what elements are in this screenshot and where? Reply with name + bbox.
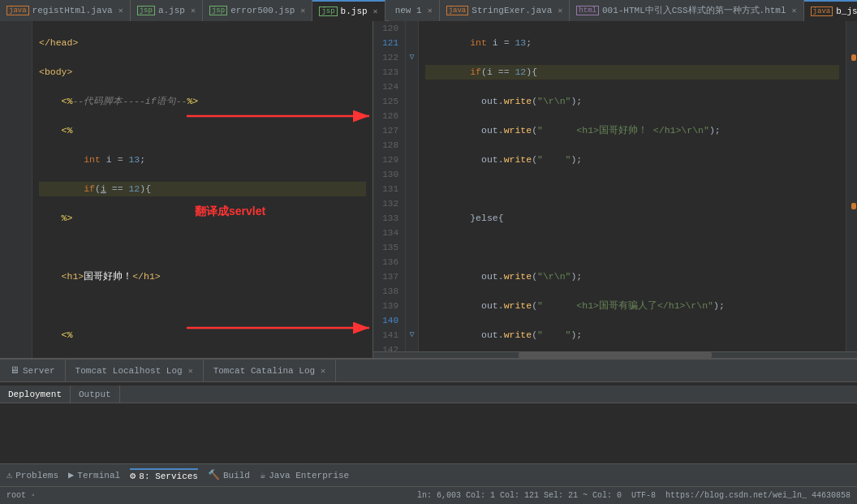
- tab-label: a.jsp: [158, 6, 185, 15]
- tab-label: 001-HTML中引入CSS样式的第一种方式.html: [602, 4, 786, 16]
- gutter-empty: [406, 80, 418, 94]
- line-num: [6, 240, 25, 255]
- line-num: [6, 342, 25, 357]
- left-editor: </head> <body> <%--代码脚本----if语句--%> <% i…: [0, 21, 373, 358]
- code-line: [39, 299, 366, 313]
- gutter-empty: [406, 313, 418, 328]
- code-line: out.write(" ");: [425, 328, 839, 342]
- close-icon[interactable]: ✕: [118, 6, 123, 15]
- status-left: root ◦: [6, 491, 36, 500]
- output-tab[interactable]: Output: [71, 386, 120, 403]
- line-num: 126: [380, 109, 398, 123]
- tab-label: new 1: [395, 6, 422, 15]
- close-icon[interactable]: ✕: [300, 6, 305, 15]
- line-num: [6, 153, 25, 167]
- code-line: out.write("\r\n");: [425, 94, 839, 109]
- bottom-content: Deployment Output: [0, 382, 857, 463]
- right-scroll-gutter[interactable]: [846, 21, 857, 351]
- tab-label: StringExer.java: [472, 6, 552, 15]
- code-line: <%--代码脚本----if语句--%>: [39, 94, 366, 109]
- section-tabs: Deployment Output: [0, 386, 857, 403]
- tab-bjsp-java[interactable]: java b_jsp.java ✕: [804, 0, 857, 21]
- close-icon[interactable]: ✕: [188, 366, 193, 376]
- terminal-icon: ▶: [68, 469, 74, 481]
- right-code[interactable]: int i = 13; if(i == 12){ out.write("\r\n…: [419, 21, 846, 351]
- gutter-empty: [406, 65, 418, 80]
- tomcat-localhost-tab[interactable]: Tomcat Localhost Log ✕: [66, 360, 204, 382]
- close-icon[interactable]: ✕: [558, 6, 562, 15]
- gutter-empty: [406, 153, 418, 167]
- deployment-tab[interactable]: Deployment: [0, 386, 71, 403]
- tab-ajsp[interactable]: jsp a.jsp ✕: [131, 0, 203, 21]
- left-editor-area[interactable]: </head> <body> <%--代码脚本----if语句--%> <% i…: [0, 21, 373, 358]
- java-icon: java: [6, 6, 29, 15]
- line-num: 128: [380, 138, 398, 153]
- close-icon[interactable]: ✕: [321, 366, 325, 376]
- code-line: <%: [39, 328, 366, 342]
- java-icon: java: [446, 6, 469, 15]
- line-num: 135: [380, 240, 398, 255]
- line-num: [6, 80, 25, 94]
- line-num: [6, 65, 25, 80]
- line-num: 138: [380, 284, 398, 299]
- left-code[interactable]: </head> <body> <%--代码脚本----if语句--%> <% i…: [32, 21, 373, 358]
- problems-label: Problems: [15, 471, 58, 480]
- line-num: [6, 255, 25, 269]
- bottom-tabs: 🖥 Server Tomcat Localhost Log ✕ Tomcat C…: [0, 360, 857, 382]
- gutter-empty: [406, 196, 418, 211]
- code-line: out.write(" <h1>国哥有骗人了</h1>\r\n");: [425, 299, 839, 313]
- right-editor: 120 121 122 123 124 125 126 127 128 129 …: [373, 21, 857, 358]
- tomcat-catalina-label: Tomcat Catalina Log: [213, 366, 315, 376]
- problems-item[interactable]: ⚠ Problems: [6, 469, 58, 481]
- line-num: 121: [380, 36, 398, 50]
- tab-error500[interactable]: jsp error500.jsp ✕: [203, 0, 312, 21]
- tab-label: registHtml.java: [32, 6, 113, 15]
- gutter-empty: [406, 226, 418, 240]
- fold-marker[interactable]: ▽: [406, 50, 418, 65]
- scroll-marker: [851, 203, 856, 209]
- services-label: 8: Services: [139, 472, 198, 481]
- tomcat-catalina-tab[interactable]: Tomcat Catalina Log ✕: [204, 360, 336, 382]
- code-line: <body>: [39, 65, 366, 80]
- close-icon[interactable]: ✕: [191, 6, 196, 15]
- close-icon[interactable]: ✕: [373, 6, 378, 16]
- code-line: if(i == 12){: [39, 182, 366, 196]
- terminal-item[interactable]: ▶ Terminal: [68, 469, 120, 481]
- close-icon[interactable]: ✕: [792, 6, 797, 15]
- line-num: 136: [380, 255, 398, 269]
- code-line: [39, 240, 366, 255]
- server-tab[interactable]: 🖥 Server: [0, 360, 66, 382]
- build-item[interactable]: 🔨 Build: [208, 469, 250, 481]
- line-num: [6, 226, 25, 240]
- html-icon: html: [576, 6, 599, 15]
- gutter-empty: [406, 342, 418, 351]
- status-root: root ◦: [6, 491, 36, 500]
- line-num: [6, 109, 25, 123]
- bottom-toolbar: ⚠ Problems ▶ Terminal ⚙ 8: Services 🔨 Bu…: [0, 463, 857, 486]
- tab-registhtml[interactable]: java registHtml.java ✕: [0, 0, 131, 21]
- line-num: 129: [380, 153, 398, 167]
- jsp-icon: jsp: [137, 6, 155, 15]
- tab-stringexer[interactable]: java StringExer.java ✕: [440, 0, 571, 21]
- horizontal-scrollbar[interactable]: [373, 351, 857, 358]
- tab-001html[interactable]: html 001-HTML中引入CSS样式的第一种方式.html ✕: [570, 0, 803, 21]
- tab-new1[interactable]: new 1 ✕: [389, 0, 440, 21]
- status-encoding: UTF-8: [631, 491, 656, 500]
- code-line: out.write("\r\n");: [425, 269, 839, 284]
- fold-marker[interactable]: ▽: [406, 328, 418, 342]
- line-num: 137: [380, 269, 398, 284]
- line-num: [6, 50, 25, 65]
- server-tab-label: Server: [23, 366, 55, 376]
- tab-bjsp[interactable]: jsp b.jsp ✕: [312, 0, 385, 21]
- gutter-empty: [406, 167, 418, 182]
- tab-label: b.jsp: [341, 6, 368, 16]
- code-line: [425, 240, 839, 255]
- code-line: int i = 13;: [39, 153, 366, 167]
- services-icon: ⚙: [130, 470, 136, 482]
- close-icon[interactable]: ✕: [428, 6, 433, 15]
- services-item[interactable]: ⚙ 8: Services: [130, 468, 198, 482]
- code-line: <h1>国哥好帅！</h1>: [39, 269, 366, 284]
- java-enterprise-item[interactable]: ☕ Java Enterprise: [260, 469, 349, 481]
- java-enterprise-icon: ☕: [260, 469, 265, 481]
- right-editor-area[interactable]: 120 121 122 123 124 125 126 127 128 129 …: [373, 21, 857, 351]
